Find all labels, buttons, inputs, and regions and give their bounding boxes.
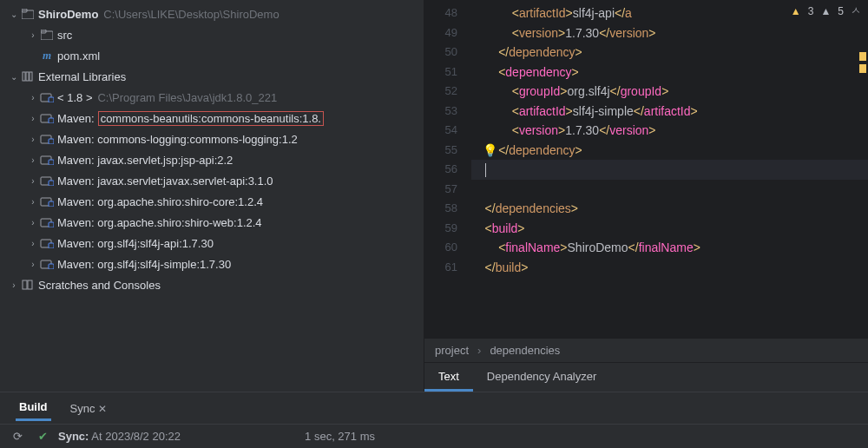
library-icon [40,175,54,186]
svg-rect-22 [49,243,54,248]
tree-item-library[interactable]: ›< 1.8 >C:\Program Files\Java\jdk1.8.0_2… [0,87,424,108]
sync-status-row: ⟳ ✔ Sync: At 2023/8/2 20:22 1 sec, 271 m… [0,424,868,448]
library-icon [40,259,54,269]
tree-item-library[interactable]: ›Maven: org.slf4j:slf4j-api:1.7.30 [0,233,424,254]
breadcrumbs[interactable]: project › dependencies [424,338,868,362]
project-path: C:\Users\LIKE\Desktop\ShiroDemo [103,8,279,21]
editor: 4849505152535455565758596061 <artifactId… [424,0,868,392]
chevron-right-icon[interactable]: › [26,30,40,40]
library-icon [40,155,54,165]
editor-sub-tabs: Text Dependency Analyzer [424,362,868,392]
inspection-widget[interactable]: ▲3 ▲5 ㅅ [791,3,861,18]
breadcrumb-item[interactable]: project [435,344,469,357]
chevron-right-icon[interactable]: › [7,280,21,290]
svg-rect-4 [23,72,25,81]
tab-text[interactable]: Text [424,363,473,392]
svg-rect-6 [30,72,32,81]
svg-rect-10 [49,118,54,123]
chevron-down-icon[interactable]: ⌄ [7,72,21,82]
code-area[interactable]: <artifactId>slf4j-api</a <version>1.7.30… [466,0,868,338]
library-icon [21,71,35,82]
project-root[interactable]: ⌄ ShiroDemo C:\Users\LIKE\Desktop\ShiroD… [0,3,424,24]
svg-rect-26 [28,280,32,289]
folder-icon [40,30,54,40]
project-name: ShiroDemo [38,8,98,21]
tree-item-src[interactable]: › src [0,24,424,45]
chevron-right-icon[interactable]: › [26,260,40,269]
sync-message: Sync: At 2023/8/2 20:22 [58,430,181,443]
chevron-right-icon[interactable]: › [26,155,40,165]
scratch-icon [21,280,35,290]
tree-item-library[interactable]: ›Maven: javax.servlet.jsp:jsp-api:2.2 [0,149,424,170]
error-stripe[interactable] [859,52,868,73]
folder-icon [21,9,35,19]
tree-item-library[interactable]: ›Maven: org.apache.shiro:shiro-core:1.2.… [0,191,424,212]
bottom-panel: Build Sync ✕ ⟳ ✔ Sync: At 2023/8/2 20:22… [0,392,868,448]
check-icon: ✔ [38,430,48,443]
library-icon [40,217,54,227]
chevron-right-icon[interactable]: › [26,239,40,248]
weak-warning-icon: ▲ [820,5,831,17]
bottom-tabs: Build Sync ✕ [0,392,868,424]
line-gutter: 4849505152535455565758596061 [424,0,466,338]
sync-duration: 1 sec, 271 ms [305,430,375,443]
maven-icon: m [40,49,54,63]
more-icon[interactable]: ㅅ [851,3,861,18]
library-icon [40,134,54,144]
library-icon [40,113,54,123]
svg-rect-12 [49,139,54,144]
chevron-right-icon[interactable]: › [26,93,40,102]
svg-rect-5 [26,72,29,81]
svg-rect-25 [23,280,27,289]
tree-item-library[interactable]: ›Maven: org.slf4j:slf4j-simple:1.7.30 [0,254,424,274]
lightbulb-icon[interactable]: 💡 [483,141,497,161]
refresh-icon[interactable]: ⟳ [7,430,28,443]
library-icon [40,238,54,248]
close-icon[interactable]: ✕ [98,403,107,415]
library-icon [40,92,54,102]
library-icon [40,196,54,207]
chevron-right-icon[interactable]: › [26,135,40,144]
tab-build[interactable]: Build [16,395,51,421]
chevron-right-icon[interactable]: › [26,114,40,123]
breadcrumb-item[interactable]: dependencies [490,344,560,357]
chevron-right-icon: › [477,344,481,357]
svg-rect-24 [49,264,54,269]
tree-item-library[interactable]: ›Maven: commons-logging:commons-logging:… [0,128,424,149]
svg-rect-14 [49,160,54,165]
chevron-down-icon[interactable]: ⌄ [7,10,21,19]
chevron-right-icon[interactable]: › [26,176,40,186]
tree-item-library[interactable]: ›Maven:commons-beanutils:commons-beanuti… [0,108,424,128]
svg-rect-16 [49,181,54,186]
scratches-consoles[interactable]: › Scratches and Consoles [0,274,424,295]
tree-item-library[interactable]: ›Maven: javax.servlet:javax.servlet-api:… [0,170,424,191]
external-libraries[interactable]: ⌄ External Libraries [0,66,424,87]
project-tree[interactable]: ⌄ ShiroDemo C:\Users\LIKE\Desktop\ShiroD… [0,0,424,392]
chevron-right-icon[interactable]: › [26,197,40,207]
warning-icon: ▲ [791,5,801,17]
chevron-right-icon[interactable]: › [26,218,40,227]
tab-dependency-analyzer[interactable]: Dependency Analyzer [473,363,610,392]
svg-rect-8 [49,97,54,102]
svg-rect-18 [49,201,54,207]
tree-item-pom[interactable]: m pom.xml [0,45,424,66]
tab-sync[interactable]: Sync ✕ [67,397,111,420]
svg-rect-20 [49,222,54,227]
tree-item-library[interactable]: ›Maven: org.apache.shiro:shiro-web:1.2.4 [0,212,424,233]
